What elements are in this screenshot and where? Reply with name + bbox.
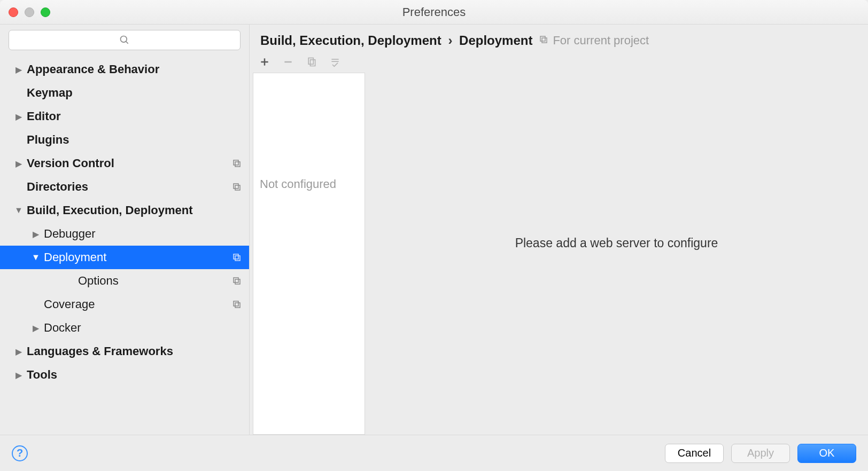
search-input[interactable] <box>9 30 241 50</box>
sidebar-item-build-execution-deployment[interactable]: ▼ Build, Execution, Deployment <box>0 199 249 222</box>
search-wrap <box>0 25 249 54</box>
sidebar-item-appearance-behavior[interactable]: ▶ Appearance & Behavior <box>0 58 249 81</box>
svg-rect-7 <box>235 256 240 261</box>
add-button[interactable] <box>258 56 271 68</box>
breadcrumb-separator: › <box>448 33 452 48</box>
main-pane: Build, Execution, Deployment › Deploymen… <box>250 25 868 435</box>
chevron-right-icon: ▶ <box>11 347 27 357</box>
chevron-right-icon: ▶ <box>11 65 27 75</box>
minimize-window-button[interactable] <box>25 7 34 17</box>
sidebar-item-label: Deployment <box>44 250 232 264</box>
svg-rect-6 <box>234 254 238 259</box>
svg-rect-3 <box>235 162 240 167</box>
svg-line-1 <box>126 42 128 44</box>
copy-button[interactable] <box>305 56 318 68</box>
svg-rect-12 <box>540 36 545 41</box>
sidebar-item-docker[interactable]: ▶ Docker <box>0 316 249 340</box>
close-window-button[interactable] <box>9 7 18 17</box>
project-scope-icon <box>232 276 242 286</box>
sidebar-item-editor[interactable]: ▶ Editor <box>0 105 249 128</box>
window-title: Preferences <box>402 5 466 19</box>
sidebar-item-label: Editor <box>27 109 242 123</box>
sidebar-item-options[interactable]: Options <box>0 269 249 293</box>
breadcrumb-part-1: Build, Execution, Deployment <box>260 33 441 48</box>
deployment-list-empty-text: Not configured <box>253 177 343 191</box>
sidebar-item-label: Docker <box>44 321 242 335</box>
sidebar-item-label: Languages & Frameworks <box>27 344 242 358</box>
project-scope-icon <box>539 34 548 48</box>
ok-button-label: OK <box>819 447 835 459</box>
sidebar-item-label: Debugger <box>44 227 242 241</box>
breadcrumb-part-2: Deployment <box>459 33 532 48</box>
help-button[interactable]: ? <box>12 445 28 461</box>
cancel-button[interactable]: Cancel <box>665 444 724 463</box>
sidebar-item-label: Build, Execution, Deployment <box>27 203 242 217</box>
zoom-window-button[interactable] <box>41 7 50 17</box>
sidebar-item-label: Appearance & Behavior <box>27 62 242 76</box>
project-scope-icon <box>232 182 242 192</box>
apply-button-label: Apply <box>747 447 774 459</box>
sidebar-item-plugins[interactable]: Plugins <box>0 128 249 152</box>
ok-button[interactable]: OK <box>797 444 856 463</box>
svg-rect-13 <box>542 38 547 43</box>
sidebar-item-label: Plugins <box>27 133 242 147</box>
sidebar-item-coverage[interactable]: Coverage <box>0 293 249 316</box>
minus-icon <box>283 57 293 67</box>
sidebar: ▶ Appearance & Behavior Keymap ▶ Editor … <box>0 25 250 435</box>
svg-point-0 <box>121 36 127 43</box>
body: ▶ Appearance & Behavior Keymap ▶ Editor … <box>0 25 868 435</box>
for-current-project-label: For current project <box>539 34 649 48</box>
sidebar-item-tools[interactable]: ▶ Tools <box>0 363 249 387</box>
help-icon: ? <box>17 447 23 459</box>
search-icon <box>119 35 130 45</box>
plus-icon <box>259 57 270 67</box>
content-row: Not configured Please add a web server t… <box>250 51 868 435</box>
footer: ? Cancel Apply OK <box>0 435 868 471</box>
for-current-project-text: For current project <box>553 34 649 48</box>
chevron-down-icon: ▼ <box>28 253 44 262</box>
copy-icon <box>306 57 317 67</box>
deployment-detail-empty-text: Please add a web server to configure <box>515 236 718 250</box>
project-scope-icon <box>232 253 242 262</box>
svg-rect-17 <box>308 58 313 65</box>
deployment-list-pane: Not configured <box>253 51 365 435</box>
svg-rect-5 <box>235 185 240 190</box>
deployment-toolbar <box>253 51 365 73</box>
svg-rect-2 <box>234 160 238 165</box>
sidebar-item-label: Tools <box>27 368 242 382</box>
sidebar-item-label: Coverage <box>44 297 232 311</box>
titlebar: Preferences <box>0 0 868 25</box>
project-scope-icon <box>232 300 242 309</box>
breadcrumb-row: Build, Execution, Deployment › Deploymen… <box>250 25 868 51</box>
sidebar-item-label: Version Control <box>27 156 232 170</box>
apply-button[interactable]: Apply <box>731 444 790 463</box>
sidebar-item-label: Options <box>78 274 232 288</box>
sidebar-item-deployment[interactable]: ▼ Deployment <box>0 246 249 269</box>
chevron-right-icon: ▶ <box>28 229 44 239</box>
sidebar-item-keymap[interactable]: Keymap <box>0 81 249 105</box>
check-list-icon <box>330 57 340 67</box>
chevron-right-icon: ▶ <box>28 323 44 333</box>
chevron-down-icon: ▼ <box>11 206 27 215</box>
breadcrumb: Build, Execution, Deployment › Deploymen… <box>260 33 532 48</box>
chevron-right-icon: ▶ <box>11 159 27 169</box>
cancel-button-label: Cancel <box>678 447 711 459</box>
chevron-right-icon: ▶ <box>11 112 27 122</box>
project-scope-icon <box>232 159 242 168</box>
sidebar-item-version-control[interactable]: ▶ Version Control <box>0 152 249 175</box>
svg-rect-4 <box>234 184 238 189</box>
remove-button[interactable] <box>282 56 294 68</box>
svg-rect-9 <box>235 279 240 284</box>
traffic-lights <box>9 7 50 17</box>
sidebar-item-debugger[interactable]: ▶ Debugger <box>0 222 249 246</box>
deployment-detail-pane: Please add a web server to configure <box>365 51 868 435</box>
set-default-button[interactable] <box>329 56 342 68</box>
svg-rect-11 <box>235 303 240 308</box>
sidebar-item-directories[interactable]: Directories <box>0 175 249 199</box>
chevron-right-icon: ▶ <box>11 370 27 380</box>
sidebar-item-languages-frameworks[interactable]: ▶ Languages & Frameworks <box>0 340 249 363</box>
svg-rect-10 <box>234 301 238 306</box>
deployment-list: Not configured <box>253 73 365 435</box>
sidebar-item-label: Directories <box>27 180 232 194</box>
sidebar-item-label: Keymap <box>27 86 242 100</box>
